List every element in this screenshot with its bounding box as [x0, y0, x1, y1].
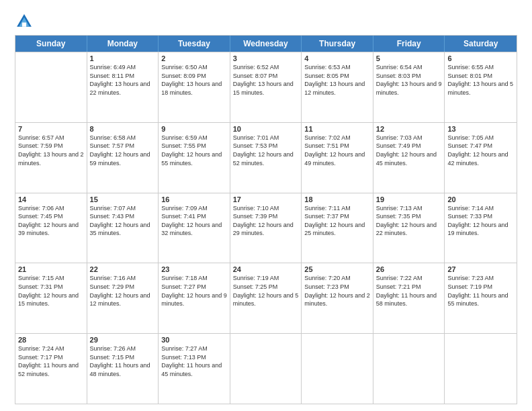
day-info: Sunrise: 7:14 AMSunset: 7:33 PMDaylight:…	[447, 204, 514, 238]
calendar-week-1: 1Sunrise: 6:49 AMSunset: 8:11 PMDaylight…	[15, 52, 517, 122]
svg-rect-2	[22, 23, 26, 27]
day-header-monday: Monday	[87, 36, 159, 52]
calendar-cell	[302, 334, 373, 404]
day-info: Sunrise: 7:06 AMSunset: 7:45 PMDaylight:…	[18, 204, 84, 238]
calendar-cell: 8Sunrise: 6:58 AMSunset: 7:57 PMDaylight…	[87, 123, 159, 193]
calendar-body: 1Sunrise: 6:49 AMSunset: 8:11 PMDaylight…	[15, 52, 517, 404]
day-number: 18	[304, 195, 370, 203]
day-info: Sunrise: 7:03 AMSunset: 7:49 PMDaylight:…	[376, 134, 442, 167]
day-number: 8	[90, 125, 156, 133]
logo-icon	[15, 12, 34, 31]
calendar-cell: 22Sunrise: 7:16 AMSunset: 7:29 PMDayligh…	[87, 263, 159, 333]
day-number: 22	[90, 265, 156, 273]
day-number: 1	[90, 54, 156, 62]
day-info: Sunrise: 7:11 AMSunset: 7:37 PMDaylight:…	[304, 204, 370, 238]
day-number: 17	[233, 195, 299, 203]
calendar-cell: 28Sunrise: 7:24 AMSunset: 7:17 PMDayligh…	[15, 334, 87, 404]
day-info: Sunrise: 7:18 AMSunset: 7:27 PMDaylight:…	[161, 274, 227, 308]
day-number: 20	[447, 195, 514, 203]
calendar-cell: 25Sunrise: 7:20 AMSunset: 7:23 PMDayligh…	[302, 263, 373, 333]
day-info: Sunrise: 6:50 AMSunset: 8:09 PMDaylight:…	[161, 63, 227, 97]
calendar-cell	[445, 334, 517, 404]
day-info: Sunrise: 7:10 AMSunset: 7:39 PMDaylight:…	[233, 204, 299, 238]
calendar-cell: 30Sunrise: 7:27 AMSunset: 7:13 PMDayligh…	[159, 334, 230, 404]
calendar-cell: 2Sunrise: 6:50 AMSunset: 8:09 PMDaylight…	[159, 52, 230, 122]
day-info: Sunrise: 7:16 AMSunset: 7:29 PMDaylight:…	[90, 274, 156, 308]
calendar-cell: 3Sunrise: 6:52 AMSunset: 8:07 PMDaylight…	[230, 52, 302, 122]
day-info: Sunrise: 7:20 AMSunset: 7:23 PMDaylight:…	[304, 274, 370, 308]
day-info: Sunrise: 7:24 AMSunset: 7:17 PMDaylight:…	[18, 345, 84, 378]
calendar-cell: 14Sunrise: 7:06 AMSunset: 7:45 PMDayligh…	[15, 193, 87, 263]
day-info: Sunrise: 7:05 AMSunset: 7:47 PMDaylight:…	[447, 134, 514, 167]
calendar-cell: 4Sunrise: 6:53 AMSunset: 8:05 PMDaylight…	[302, 52, 373, 122]
day-number: 26	[376, 265, 442, 273]
day-info: Sunrise: 7:19 AMSunset: 7:25 PMDaylight:…	[233, 274, 299, 308]
calendar-header-row: SundayMondayTuesdayWednesdayThursdayFrid…	[15, 36, 517, 52]
day-info: Sunrise: 6:58 AMSunset: 7:57 PMDaylight:…	[90, 134, 156, 167]
day-number: 21	[18, 265, 84, 273]
day-info: Sunrise: 7:27 AMSunset: 7:13 PMDaylight:…	[161, 345, 227, 378]
day-info: Sunrise: 7:09 AMSunset: 7:41 PMDaylight:…	[161, 204, 227, 238]
calendar-week-5: 28Sunrise: 7:24 AMSunset: 7:17 PMDayligh…	[15, 333, 517, 404]
day-info: Sunrise: 7:15 AMSunset: 7:31 PMDaylight:…	[18, 274, 84, 308]
day-number: 23	[161, 265, 227, 273]
day-number: 14	[18, 195, 84, 203]
calendar-cell: 6Sunrise: 6:55 AMSunset: 8:01 PMDaylight…	[445, 52, 517, 122]
day-number: 9	[161, 125, 227, 133]
day-number: 27	[447, 265, 514, 273]
calendar-cell: 27Sunrise: 7:23 AMSunset: 7:19 PMDayligh…	[445, 263, 517, 333]
day-info: Sunrise: 7:23 AMSunset: 7:19 PMDaylight:…	[447, 274, 514, 308]
day-header-thursday: Thursday	[302, 36, 373, 52]
calendar-cell: 7Sunrise: 6:57 AMSunset: 7:59 PMDaylight…	[15, 123, 87, 193]
calendar-cell: 15Sunrise: 7:07 AMSunset: 7:43 PMDayligh…	[87, 193, 159, 263]
calendar-cell: 18Sunrise: 7:11 AMSunset: 7:37 PMDayligh…	[302, 193, 373, 263]
calendar-cell: 24Sunrise: 7:19 AMSunset: 7:25 PMDayligh…	[230, 263, 302, 333]
calendar-week-4: 21Sunrise: 7:15 AMSunset: 7:31 PMDayligh…	[15, 263, 517, 333]
page-header	[15, 12, 517, 31]
day-header-friday: Friday	[373, 36, 445, 52]
day-number: 15	[90, 195, 156, 203]
day-number: 5	[376, 54, 442, 62]
day-info: Sunrise: 7:07 AMSunset: 7:43 PMDaylight:…	[90, 204, 156, 238]
day-number: 4	[304, 54, 370, 62]
calendar-cell: 21Sunrise: 7:15 AMSunset: 7:31 PMDayligh…	[15, 263, 87, 333]
day-info: Sunrise: 7:13 AMSunset: 7:35 PMDaylight:…	[376, 204, 442, 238]
calendar-cell: 5Sunrise: 6:54 AMSunset: 8:03 PMDaylight…	[373, 52, 445, 122]
day-info: Sunrise: 7:02 AMSunset: 7:51 PMDaylight:…	[304, 134, 370, 167]
day-info: Sunrise: 7:22 AMSunset: 7:21 PMDaylight:…	[376, 274, 442, 308]
day-number: 25	[304, 265, 370, 273]
day-number: 29	[90, 336, 156, 344]
calendar-cell: 11Sunrise: 7:02 AMSunset: 7:51 PMDayligh…	[302, 123, 373, 193]
calendar-cell: 10Sunrise: 7:01 AMSunset: 7:53 PMDayligh…	[230, 123, 302, 193]
day-info: Sunrise: 7:26 AMSunset: 7:15 PMDaylight:…	[90, 345, 156, 378]
calendar-cell: 1Sunrise: 6:49 AMSunset: 8:11 PMDaylight…	[87, 52, 159, 122]
day-number: 12	[376, 125, 442, 133]
day-number: 6	[447, 54, 514, 62]
logo	[15, 12, 36, 31]
day-number: 24	[233, 265, 299, 273]
day-number: 2	[161, 54, 227, 62]
day-info: Sunrise: 6:52 AMSunset: 8:07 PMDaylight:…	[233, 63, 299, 97]
day-info: Sunrise: 6:49 AMSunset: 8:11 PMDaylight:…	[90, 63, 156, 97]
day-info: Sunrise: 6:59 AMSunset: 7:55 PMDaylight:…	[161, 134, 227, 167]
day-info: Sunrise: 6:57 AMSunset: 7:59 PMDaylight:…	[18, 134, 84, 167]
calendar-cell: 23Sunrise: 7:18 AMSunset: 7:27 PMDayligh…	[159, 263, 230, 333]
day-number: 30	[161, 336, 227, 344]
calendar-cell: 20Sunrise: 7:14 AMSunset: 7:33 PMDayligh…	[445, 193, 517, 263]
calendar-cell: 26Sunrise: 7:22 AMSunset: 7:21 PMDayligh…	[373, 263, 445, 333]
calendar-week-2: 7Sunrise: 6:57 AMSunset: 7:59 PMDaylight…	[15, 122, 517, 193]
day-info: Sunrise: 7:01 AMSunset: 7:53 PMDaylight:…	[233, 134, 299, 167]
day-number: 11	[304, 125, 370, 133]
day-header-saturday: Saturday	[445, 36, 517, 52]
calendar-cell: 29Sunrise: 7:26 AMSunset: 7:15 PMDayligh…	[87, 334, 159, 404]
calendar-cell	[373, 334, 445, 404]
day-number: 28	[18, 336, 84, 344]
day-header-tuesday: Tuesday	[159, 36, 230, 52]
calendar-cell: 12Sunrise: 7:03 AMSunset: 7:49 PMDayligh…	[373, 123, 445, 193]
day-info: Sunrise: 6:55 AMSunset: 8:01 PMDaylight:…	[447, 63, 514, 97]
day-number: 16	[161, 195, 227, 203]
calendar-cell: 17Sunrise: 7:10 AMSunset: 7:39 PMDayligh…	[230, 193, 302, 263]
calendar: SundayMondayTuesdayWednesdayThursdayFrid…	[15, 35, 517, 404]
day-info: Sunrise: 6:53 AMSunset: 8:05 PMDaylight:…	[304, 63, 370, 97]
day-number: 10	[233, 125, 299, 133]
